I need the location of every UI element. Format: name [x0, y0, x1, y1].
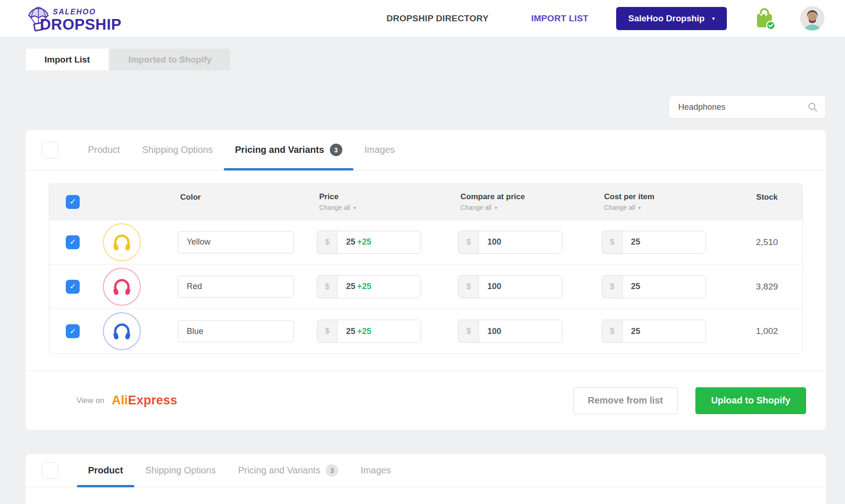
- column-header-stock: Stock: [756, 193, 777, 202]
- compare-at-price-input[interactable]: [479, 231, 562, 253]
- compare-at-price-field: $: [458, 231, 562, 254]
- logo-word-salehoo: SaleHoo: [53, 8, 96, 16]
- price-value: 25: [346, 237, 355, 247]
- caret-down-icon: ▾: [638, 205, 641, 210]
- tab-import-list[interactable]: Import List: [26, 49, 108, 70]
- cost-per-item-field: $: [602, 275, 706, 298]
- nav-import-list[interactable]: IMPORT LIST: [531, 13, 589, 24]
- select-all-checkbox[interactable]: ✓: [66, 195, 80, 209]
- price-field[interactable]: $ 25+25: [317, 231, 421, 254]
- currency-symbol: $: [602, 231, 623, 253]
- change-all-cost-dropdown[interactable]: Change all ▾: [604, 204, 731, 211]
- search-row: [0, 95, 826, 119]
- tab-images[interactable]: Images: [353, 130, 406, 170]
- column-header-price: Price: [319, 192, 449, 202]
- color-name-input[interactable]: [178, 231, 294, 253]
- tab-images[interactable]: Images: [349, 454, 402, 487]
- currency-symbol: $: [459, 276, 479, 298]
- currency-symbol: $: [459, 320, 479, 342]
- account-dropdown-button[interactable]: SaleHoo Dropship ▾: [616, 7, 727, 30]
- variant-row-blue: ✓ $ 25+25: [49, 309, 802, 353]
- headphones-icon: [111, 232, 132, 253]
- account-dropdown-label: SaleHoo Dropship: [628, 13, 705, 24]
- row-checkbox[interactable]: ✓: [66, 235, 80, 249]
- shopping-bag-icon: [753, 7, 776, 30]
- tab-product[interactable]: Product: [77, 130, 131, 170]
- price-value: 25: [346, 282, 355, 291]
- app-screen: SaleHoo DROPSHIP DROPSHIP DIRECTORY IMPO…: [0, 0, 845, 504]
- variant-row-red: ✓ $ 25+25: [49, 265, 802, 309]
- stock-value: 2,510: [731, 237, 802, 247]
- tab-pricing-and-variants[interactable]: Pricing and Variants 3: [227, 454, 350, 487]
- check-icon: ✓: [69, 327, 76, 336]
- currency-symbol: $: [317, 320, 338, 342]
- variant-image: [103, 223, 141, 261]
- stock-value: 3,829: [731, 282, 802, 292]
- compare-at-price-input[interactable]: [479, 276, 562, 298]
- color-name-input[interactable]: [178, 276, 294, 298]
- top-bar: SaleHoo DROPSHIP DROPSHIP DIRECTORY IMPO…: [0, 0, 845, 37]
- variant-image: [103, 268, 141, 306]
- search-box: [668, 95, 826, 119]
- compare-at-price-field: $: [458, 275, 562, 298]
- price-field[interactable]: $ 25+25: [317, 320, 421, 343]
- user-avatar[interactable]: [800, 6, 825, 31]
- cost-per-item-input[interactable]: [623, 231, 706, 253]
- next-product-card: Product Shipping Options Pricing and Var…: [25, 454, 826, 504]
- upload-to-shopify-button[interactable]: Upload to Shopify: [695, 387, 806, 414]
- color-name-input[interactable]: [178, 320, 294, 342]
- view-on-label: View on: [76, 396, 104, 405]
- top-navigation: DROPSHIP DIRECTORY IMPORT LIST SaleHoo D…: [386, 6, 825, 31]
- shop-connected-button[interactable]: [753, 7, 776, 30]
- price-markup: +25: [357, 327, 372, 336]
- variants-count-badge: 3: [326, 464, 338, 477]
- row-checkbox[interactable]: ✓: [66, 280, 80, 294]
- currency-symbol: $: [602, 320, 623, 342]
- select-product-checkbox[interactable]: [42, 142, 58, 158]
- tab-imported-to-shopify[interactable]: Imported to Shopify: [110, 49, 230, 70]
- product-card-tabs: Product Shipping Options Pricing and Var…: [25, 454, 826, 487]
- currency-symbol: $: [459, 231, 479, 253]
- headphones-icon: [111, 276, 132, 297]
- row-checkbox[interactable]: ✓: [66, 324, 80, 338]
- headphones-icon: [111, 321, 132, 342]
- product-card-tabs: Product Shipping Options Pricing and Var…: [25, 130, 826, 170]
- variants-table-header: ✓ Color Price Change all ▾ Compare at pr…: [49, 184, 802, 220]
- nav-dropship-directory[interactable]: DROPSHIP DIRECTORY: [386, 13, 488, 24]
- compare-at-price-field: $: [458, 320, 562, 343]
- column-header-color: Color: [180, 193, 201, 202]
- price-value: 25: [346, 327, 355, 336]
- logo-word-dropship: DROPSHIP: [40, 16, 121, 33]
- tab-product[interactable]: Product: [77, 454, 134, 487]
- product-card-footer: View on AliExpress Remove from list Uplo…: [25, 371, 826, 430]
- tab-shipping-options[interactable]: Shipping Options: [134, 454, 227, 487]
- search-icon[interactable]: [807, 101, 818, 113]
- variant-image: [103, 312, 141, 350]
- caret-down-icon: ▾: [495, 205, 497, 210]
- caret-down-icon: ▾: [353, 205, 356, 210]
- cost-per-item-field: $: [602, 320, 706, 343]
- cost-per-item-input[interactable]: [623, 320, 706, 342]
- tab-pricing-and-variants[interactable]: Pricing and Variants 3: [224, 130, 353, 170]
- cost-per-item-field: $: [602, 231, 706, 254]
- variants-table: ✓ Color Price Change all ▾ Compare at pr…: [49, 183, 803, 354]
- compare-at-price-input[interactable]: [479, 320, 562, 342]
- variants-count-badge: 3: [330, 144, 342, 156]
- currency-symbol: $: [317, 231, 338, 253]
- remove-from-list-button[interactable]: Remove from list: [573, 387, 678, 414]
- change-all-price-dropdown[interactable]: Change all ▾: [319, 204, 449, 211]
- stock-value: 1,002: [731, 326, 802, 336]
- page-tabs: Import List Imported to Shopify: [26, 49, 845, 70]
- salehoo-dropship-logo[interactable]: SaleHoo DROPSHIP: [26, 3, 132, 34]
- cost-per-item-input[interactable]: [623, 276, 706, 298]
- select-product-checkbox[interactable]: [42, 462, 58, 479]
- change-all-compare-dropdown[interactable]: Change all ▾: [460, 204, 593, 211]
- search-input[interactable]: [678, 102, 807, 112]
- variant-row-yellow: ✓ $ 25+25: [49, 220, 802, 265]
- price-markup: +25: [357, 282, 372, 291]
- aliexpress-link[interactable]: AliExpress: [112, 393, 177, 408]
- tab-shipping-options[interactable]: Shipping Options: [131, 130, 224, 170]
- check-icon: ✓: [69, 282, 76, 291]
- column-header-compare-at-price: Compare at price: [460, 192, 593, 202]
- price-field[interactable]: $ 25+25: [317, 275, 421, 298]
